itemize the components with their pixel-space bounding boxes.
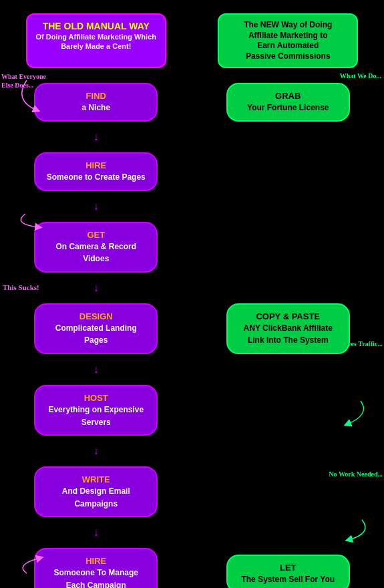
purple-box-design: DESIGN Complicated Landing Pages bbox=[34, 303, 158, 354]
header-left-title: The Old MANUAL Way bbox=[43, 21, 150, 31]
arrows-5: ↓ bbox=[0, 442, 384, 460]
arrows-1: ↓ bbox=[0, 128, 384, 146]
main-content: FIND a Niche GRAB Your Fortune License ↓… bbox=[0, 76, 384, 588]
purple-box-get: GET On Camera & Record Vidoes bbox=[34, 222, 158, 273]
left-item-1: HIRE Someone to Create Pages bbox=[0, 148, 192, 195]
row-5: HOST Everything on Expensive Servers bbox=[0, 378, 384, 442]
row-3: GET On Camera & Record Vidoes bbox=[0, 215, 384, 279]
left-item-6: HIRE Somoeone To Manage Each Campaign bbox=[0, 544, 192, 588]
purple-box-host: HOST Everything on Expensive Servers bbox=[34, 385, 158, 436]
arrows-2: ↓ bbox=[0, 198, 384, 215]
arrows-4: ↓ bbox=[0, 361, 384, 378]
left-item-5: WRITE And Design Email Campaigns bbox=[0, 462, 192, 521]
header-right-box: The NEW Way of Doing Affiliate Marketing… bbox=[218, 13, 358, 68]
purple-box-hire2: HIRE Somoeone To Manage Each Campaign bbox=[34, 548, 158, 588]
row-7: HIRE Somoeone To Manage Each Campaign LE… bbox=[0, 541, 384, 588]
green-box-grab: GRAB Your Fortune License bbox=[226, 83, 350, 122]
green-box-copy-paste: COPY & PASTE ANY ClickBank Affiliate Lin… bbox=[226, 303, 350, 354]
row-6: WRITE And Design Email Campaigns bbox=[0, 460, 384, 524]
header-left-box: The Old MANUAL Way Of Doing Affiliate Ma… bbox=[26, 13, 166, 68]
left-item-4: HOST Everything on Expensive Servers bbox=[0, 381, 192, 440]
row-1: FIND a Niche GRAB Your Fortune License bbox=[0, 76, 384, 128]
right-item-copy-paste: COPY & PASTE ANY ClickBank Affiliate Lin… bbox=[192, 299, 385, 358]
right-item-grab: GRAB Your Fortune License bbox=[192, 79, 385, 126]
arrow-down-3-left: ↓ bbox=[93, 282, 99, 294]
left-item-0: FIND a Niche bbox=[0, 79, 192, 126]
page-wrapper: The Old MANUAL Way Of Doing Affiliate Ma… bbox=[0, 0, 384, 588]
headers-row: The Old MANUAL Way Of Doing Affiliate Ma… bbox=[0, 7, 384, 76]
purple-box-hire1: HIRE Someone to Create Pages bbox=[34, 152, 158, 191]
arrow-down-6-left: ↓ bbox=[93, 527, 99, 539]
header-left-subtitle: Of Doing Affiliate Marketing Which Barel… bbox=[35, 32, 157, 51]
row-4: DESIGN Complicated Landing Pages COPY & … bbox=[0, 297, 384, 361]
arrows-3: ↓ bbox=[0, 279, 384, 297]
arrow-down-1-left: ↓ bbox=[93, 131, 99, 143]
row-2: HIRE Someone to Create Pages bbox=[0, 146, 384, 198]
purple-box-write1: WRITE And Design Email Campaigns bbox=[34, 466, 158, 517]
left-item-2: GET On Camera & Record Vidoes bbox=[0, 218, 192, 277]
header-right-title: The NEW Way of Doing Affiliate Marketing… bbox=[227, 20, 349, 61]
green-box-let: LET The System Sell For You bbox=[226, 555, 350, 588]
arrow-down-4-left: ↓ bbox=[93, 363, 99, 376]
right-item-let: LET The System Sell For You bbox=[192, 551, 385, 588]
arrow-down-5-left: ↓ bbox=[93, 445, 99, 457]
left-item-3: DESIGN Complicated Landing Pages bbox=[0, 299, 192, 358]
purple-box-find: FIND a Niche bbox=[34, 83, 158, 122]
arrows-6: ↓ bbox=[0, 524, 384, 541]
arrow-down-2-left: ↓ bbox=[93, 200, 99, 212]
